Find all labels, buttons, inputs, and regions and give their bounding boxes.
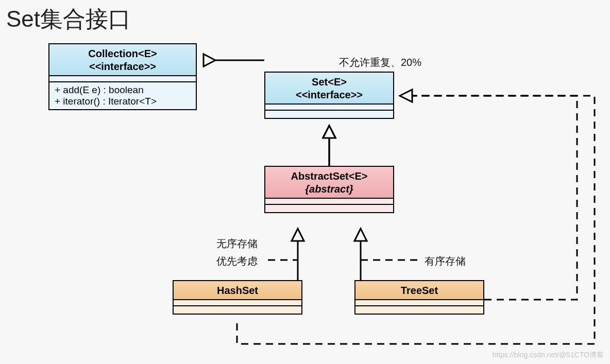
uml-collection: Collection<E> <<interface>> + add(E e) :… xyxy=(48,43,197,110)
uml-collection-name: Collection<E> xyxy=(88,48,157,59)
uml-set-stereotype: <<interface>> xyxy=(270,89,388,101)
uml-abstractset-modifier: {abstract} xyxy=(270,183,388,196)
note-set: 不允许重复、20% xyxy=(339,56,421,70)
uml-abstractset-name: AbstractSet<E> xyxy=(291,170,368,182)
svg-marker-3 xyxy=(323,126,335,137)
svg-marker-1 xyxy=(204,54,215,66)
svg-marker-7 xyxy=(292,229,304,241)
svg-marker-4 xyxy=(323,126,335,138)
watermark: https://blog.csdn.net/@51CTO博客 xyxy=(493,351,604,360)
uml-hashset: HashSet xyxy=(173,280,302,315)
svg-marker-9 xyxy=(354,229,367,241)
svg-marker-12 xyxy=(400,90,412,102)
uml-treeset: TreeSet xyxy=(354,280,484,315)
uml-set: Set<E> <<interface>> xyxy=(264,72,394,119)
note-hashset-2: 优先考虑 xyxy=(216,254,258,268)
uml-collection-stereotype: <<interface>> xyxy=(55,60,191,73)
uml-treeset-name: TreeSet xyxy=(401,285,438,296)
uml-collection-member: + iterator() : Iterator<T> xyxy=(55,96,191,107)
uml-collection-member: + add(E e) : boolean xyxy=(55,84,191,96)
page-title: Set集合接口 xyxy=(6,4,131,34)
uml-set-name: Set<E> xyxy=(312,76,347,88)
uml-abstractset: AbstractSet<E> {abstract} xyxy=(264,166,394,213)
uml-hashset-name: HashSet xyxy=(217,285,258,296)
note-hashset-1: 无序存储 xyxy=(216,237,258,251)
note-treeset: 有序存储 xyxy=(425,254,466,268)
